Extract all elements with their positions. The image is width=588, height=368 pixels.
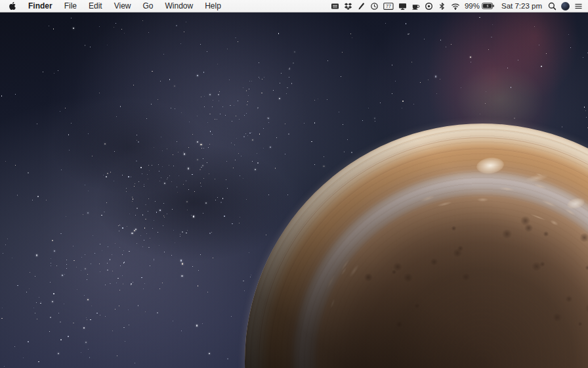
menu-help[interactable]: Help	[199, 0, 227, 12]
disc-icon[interactable]	[425, 0, 433, 12]
menu-window[interactable]: Window	[159, 0, 200, 12]
battery-icon	[482, 2, 495, 10]
menu-bar-clock[interactable]: Sat 7:23 pm	[501, 0, 542, 12]
keyboard-icon[interactable]	[331, 0, 339, 12]
spotlight-icon[interactable]	[548, 0, 556, 12]
calendar-badge-value: 77	[386, 4, 391, 9]
menu-bar: Finder File Edit View Go Window Help	[0, 0, 588, 12]
bluetooth-icon[interactable]	[438, 0, 446, 12]
menu-go[interactable]: Go	[137, 0, 159, 12]
apple-logo-icon	[9, 1, 16, 11]
coffee-cup-icon[interactable]	[411, 0, 420, 12]
battery-status[interactable]: 99%	[465, 0, 495, 12]
calendar-badge-icon[interactable]: 77	[383, 0, 394, 12]
menu-edit[interactable]: Edit	[83, 0, 108, 12]
desktop-screen: Finder File Edit View Go Window Help	[0, 0, 588, 368]
clock-icon[interactable]	[370, 0, 379, 12]
menu-finder[interactable]: Finder	[22, 0, 58, 12]
wifi-icon[interactable]	[451, 0, 460, 12]
menu-bar-left: Finder File Edit View Go Window Help	[5, 0, 227, 12]
menu-file[interactable]: File	[58, 0, 83, 12]
battery-percent: 99%	[465, 2, 480, 10]
menu-bar-status-area: 77	[331, 0, 583, 12]
notification-center-icon[interactable]	[574, 0, 583, 12]
siri-icon[interactable]	[561, 0, 570, 12]
desktop-wallpaper[interactable]	[0, 0, 588, 368]
menu-view[interactable]: View	[108, 0, 137, 12]
dropbox-icon[interactable]	[344, 0, 352, 12]
pen-icon[interactable]	[357, 0, 366, 12]
display-icon[interactable]	[398, 0, 407, 12]
siri-ball	[561, 2, 570, 11]
apple-menu[interactable]	[5, 0, 22, 12]
